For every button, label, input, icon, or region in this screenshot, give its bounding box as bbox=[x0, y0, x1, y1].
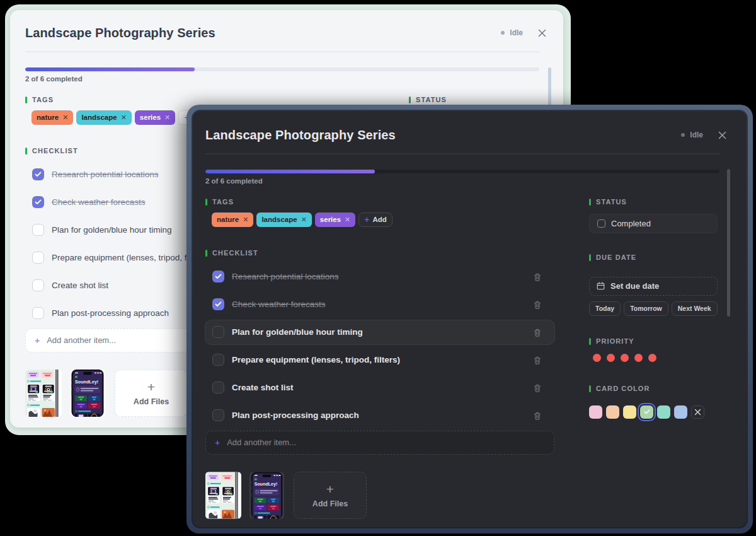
checkbox-checked[interactable] bbox=[212, 298, 224, 310]
checklist-section-header: CHECKLIST bbox=[205, 250, 554, 257]
remove-tag-icon[interactable]: ✕ bbox=[164, 114, 170, 121]
set-due-date-button[interactable]: Set due date bbox=[589, 277, 718, 296]
status-section-label: STATUS bbox=[596, 199, 627, 206]
add-files-label: Add Files bbox=[312, 499, 348, 508]
due-date-section-label: DUE DATE bbox=[596, 254, 636, 261]
checklist-item: Prepare equipment (lenses, tripod, filte… bbox=[205, 348, 554, 372]
priority-dot-5[interactable] bbox=[648, 354, 656, 362]
task-modal-dark: Landscape Photography Series Idle 2 of 6… bbox=[186, 105, 753, 533]
plus-icon: + bbox=[326, 482, 334, 496]
tag-label: landscape bbox=[261, 216, 297, 223]
add-files-dropzone[interactable]: + Add Files bbox=[294, 472, 367, 519]
completed-label: Completed bbox=[611, 219, 651, 228]
checkbox-checked[interactable] bbox=[212, 271, 224, 283]
card-color-teal[interactable] bbox=[657, 405, 670, 419]
thumbnail-app-title: SoundLey! bbox=[75, 379, 98, 385]
checklist-item: Create shot list bbox=[205, 376, 554, 400]
add-checklist-item-input[interactable]: + Add another item... bbox=[205, 431, 554, 455]
section-accent-bar bbox=[409, 96, 411, 103]
progress-fill bbox=[25, 67, 195, 71]
priority-dot-1[interactable] bbox=[593, 354, 601, 362]
tag-label: landscape bbox=[81, 114, 117, 121]
due-next-week-button[interactable]: Next Week bbox=[672, 301, 718, 316]
tag-series[interactable]: series✕ bbox=[315, 213, 355, 227]
card-color-green-selected[interactable] bbox=[640, 405, 653, 419]
remove-tag-icon[interactable]: ✕ bbox=[62, 114, 68, 121]
delete-item-button[interactable] bbox=[534, 300, 542, 309]
attachment-thumbnail-music-store[interactable] bbox=[205, 472, 241, 519]
close-button[interactable] bbox=[536, 27, 547, 38]
tags-section-header: TAGS bbox=[25, 96, 374, 103]
tag-landscape[interactable]: landscape✕ bbox=[76, 110, 131, 125]
attachment-thumbnail-music-store[interactable] bbox=[25, 370, 62, 417]
calendar-icon bbox=[597, 282, 605, 290]
checkbox-unchecked[interactable] bbox=[32, 307, 44, 319]
add-files-dropzone[interactable]: + Add Files bbox=[115, 370, 188, 417]
delete-item-button[interactable] bbox=[534, 383, 542, 392]
check-icon bbox=[644, 409, 650, 414]
completed-checkbox[interactable] bbox=[597, 219, 605, 228]
remove-tag-icon[interactable]: ✕ bbox=[121, 114, 127, 121]
checkbox-unchecked[interactable] bbox=[32, 252, 44, 264]
remove-tag-icon[interactable]: ✕ bbox=[301, 216, 307, 223]
priority-dot-3[interactable] bbox=[621, 354, 629, 362]
checkbox-unchecked[interactable] bbox=[212, 409, 224, 421]
card-color-periwinkle[interactable] bbox=[674, 405, 687, 419]
section-accent-bar bbox=[25, 148, 27, 154]
scrollbar-thumb[interactable] bbox=[727, 169, 730, 317]
checklist-item: Plan post-processing approach bbox=[205, 404, 554, 428]
priority-section-label: PRIORITY bbox=[596, 338, 634, 345]
checklist-section-label: CHECKLIST bbox=[212, 250, 258, 257]
priority-dot-2[interactable] bbox=[607, 354, 615, 362]
completed-toggle[interactable]: Completed bbox=[589, 214, 718, 233]
tag-landscape[interactable]: landscape✕ bbox=[256, 213, 311, 227]
checkbox-unchecked[interactable] bbox=[212, 354, 224, 366]
card-color-section-label: CARD COLOR bbox=[596, 385, 650, 392]
clear-card-color-button[interactable] bbox=[691, 405, 704, 419]
delete-item-button[interactable] bbox=[534, 356, 542, 364]
attachment-thumbnail-soundley[interactable]: SoundLey! bbox=[249, 472, 284, 519]
card-color-yellow[interactable] bbox=[623, 405, 636, 419]
checkbox-checked[interactable] bbox=[32, 196, 44, 208]
status-indicator: Idle bbox=[681, 131, 703, 139]
tag-label: nature bbox=[217, 216, 239, 223]
tag-series[interactable]: series✕ bbox=[135, 110, 175, 125]
delete-item-button[interactable] bbox=[534, 272, 542, 281]
add-item-placeholder: Add another item... bbox=[227, 438, 296, 447]
tag-nature[interactable]: nature✕ bbox=[32, 110, 73, 125]
plus-icon: + bbox=[147, 380, 155, 393]
checkbox-checked[interactable] bbox=[32, 168, 44, 180]
status-section-header: STATUS bbox=[409, 96, 537, 103]
page-title: Landscape Photography Series bbox=[205, 128, 396, 143]
checklist-item-highlighted: Plan for golden/blue hour timing bbox=[205, 320, 554, 344]
plus-icon: + bbox=[35, 336, 40, 345]
checklist-item: Research potential locations bbox=[205, 265, 554, 289]
delete-item-button[interactable] bbox=[534, 328, 542, 337]
priority-section-header: PRIORITY bbox=[589, 338, 718, 345]
attachment-thumbnail-soundley[interactable]: SoundLey! bbox=[70, 370, 105, 417]
checklist-item-label: Prepare equipment (lenses, tripod, filte… bbox=[232, 355, 534, 364]
due-today-button[interactable]: Today bbox=[589, 301, 621, 316]
tag-label: series bbox=[320, 216, 341, 223]
add-tag-button[interactable]: +Add bbox=[358, 213, 392, 227]
card-color-peach[interactable] bbox=[606, 405, 619, 419]
tag-nature[interactable]: nature✕ bbox=[212, 213, 253, 227]
due-tomorrow-button[interactable]: Tomorrow bbox=[624, 301, 668, 316]
delete-item-button[interactable] bbox=[534, 411, 542, 420]
tags-section-label: TAGS bbox=[32, 96, 54, 103]
remove-tag-icon[interactable]: ✕ bbox=[243, 216, 248, 223]
page-title: Landscape Photography Series bbox=[25, 26, 215, 40]
idle-dot-icon bbox=[501, 31, 505, 35]
status-section-label: STATUS bbox=[416, 96, 447, 103]
checkbox-unchecked[interactable] bbox=[212, 326, 224, 338]
card-color-pink[interactable] bbox=[589, 405, 602, 419]
checkbox-unchecked[interactable] bbox=[32, 224, 44, 236]
checkbox-unchecked[interactable] bbox=[212, 382, 224, 393]
due-date-section-header: DUE DATE bbox=[589, 254, 718, 261]
progress-bar bbox=[205, 170, 719, 173]
plus-icon: + bbox=[364, 215, 369, 224]
remove-tag-icon[interactable]: ✕ bbox=[345, 216, 350, 223]
priority-dot-4[interactable] bbox=[634, 354, 643, 362]
checkbox-unchecked[interactable] bbox=[32, 279, 44, 291]
close-button[interactable] bbox=[716, 129, 728, 141]
